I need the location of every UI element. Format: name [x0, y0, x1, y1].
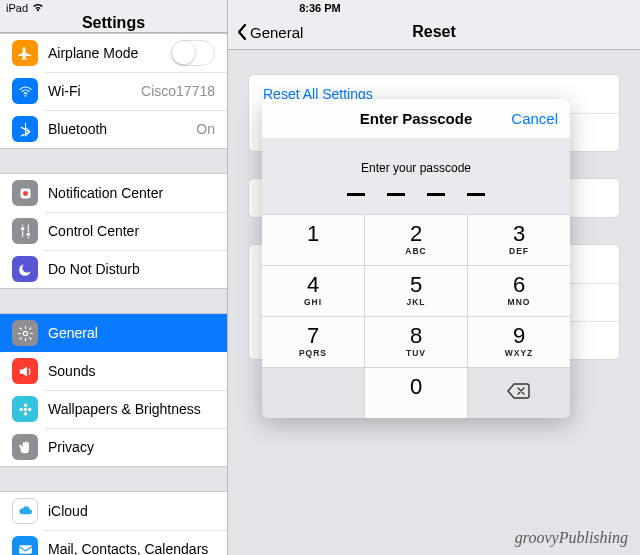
keypad-key-1[interactable]: 1	[262, 215, 364, 265]
dialog-header: Enter Passcode Cancel	[262, 99, 570, 139]
status-bar: iPad 8:36 PM	[0, 0, 640, 16]
sidebar-item-control-center[interactable]: Control Center	[0, 212, 227, 250]
keypad-delete[interactable]	[468, 368, 570, 418]
wifi-icon	[12, 78, 38, 104]
key-digit: 1	[307, 223, 319, 245]
mail-icon	[12, 536, 38, 555]
svg-point-7	[23, 403, 27, 407]
key-letters: JKL	[406, 297, 425, 307]
svg-point-2	[23, 191, 28, 196]
key-digit: 4	[307, 274, 319, 296]
key-digit: 0	[410, 376, 422, 398]
backspace-icon	[506, 382, 532, 404]
sidebar-item-label: Bluetooth	[48, 121, 196, 137]
row-detail: On	[196, 121, 215, 137]
sidebar-item-label: Mail, Contacts, Calendars	[48, 541, 215, 555]
passcode-slot	[467, 193, 485, 196]
clock: 8:36 PM	[0, 2, 640, 14]
bluetooth-icon	[12, 116, 38, 142]
svg-point-8	[23, 411, 27, 415]
key-letters: TUV	[406, 348, 426, 358]
keypad-key-5[interactable]: 5JKL	[365, 266, 467, 316]
keypad-key-8[interactable]: 8TUV	[365, 317, 467, 367]
passcode-message: Enter your passcode	[262, 161, 570, 175]
sidebar-item-sounds[interactable]: Sounds	[0, 352, 227, 390]
keypad-key-3[interactable]: 3DEF	[468, 215, 570, 265]
keypad-key-2[interactable]: 2ABC	[365, 215, 467, 265]
sidebar-item-label: Do Not Disturb	[48, 261, 215, 277]
keypad-key-0[interactable]: 0	[365, 368, 467, 418]
sidebar-item-label: Sounds	[48, 363, 215, 379]
cancel-button[interactable]: Cancel	[511, 110, 558, 127]
cloud-icon	[12, 498, 38, 524]
sidebar-item-notification-center[interactable]: Notification Center	[0, 174, 227, 212]
detail-title: Reset	[412, 23, 456, 41]
hand-icon	[12, 434, 38, 460]
key-digit: 8	[410, 325, 422, 347]
svg-rect-11	[19, 545, 32, 554]
dialog-title: Enter Passcode	[360, 110, 473, 127]
back-label: General	[250, 24, 303, 41]
svg-point-0	[24, 94, 26, 96]
toggle-switch[interactable]	[171, 40, 215, 66]
key-digit: 3	[513, 223, 525, 245]
svg-point-3	[20, 226, 24, 230]
key-letters: DEF	[509, 246, 529, 256]
keypad: 1 2ABC3DEF4GHI5JKL6MNO7PQRS8TUV9WXYZ0	[262, 214, 570, 418]
moon-icon	[12, 256, 38, 282]
key-digit: 7	[307, 325, 319, 347]
svg-point-9	[19, 407, 23, 411]
key-digit: 6	[513, 274, 525, 296]
key-letters: MNO	[508, 297, 531, 307]
sidebar-item-do-not-disturb[interactable]: Do Not Disturb	[0, 250, 227, 288]
key-digit: 5	[410, 274, 422, 296]
sidebar-item-label: Wallpapers & Brightness	[48, 401, 215, 417]
keypad-key-7[interactable]: 7PQRS	[262, 317, 364, 367]
key-letters: ABC	[405, 246, 426, 256]
sidebar-item-label: Control Center	[48, 223, 215, 239]
speaker-icon	[12, 358, 38, 384]
control-icon	[12, 218, 38, 244]
flower-icon	[12, 396, 38, 422]
key-letters	[311, 246, 314, 256]
sidebar-title: Settings	[82, 14, 145, 32]
key-letters: WXYZ	[505, 348, 534, 358]
key-digit: 2	[410, 223, 422, 245]
notify-icon	[12, 180, 38, 206]
svg-point-6	[23, 407, 27, 411]
sidebar-item-label: Notification Center	[48, 185, 215, 201]
sidebar-item-bluetooth[interactable]: BluetoothOn	[0, 110, 227, 148]
passcode-slot	[387, 193, 405, 196]
sidebar-item-label: Wi-Fi	[48, 83, 141, 99]
keypad-key-6[interactable]: 6MNO	[468, 266, 570, 316]
sidebar: Settings Airplane ModeWi-FiCisco17718Blu…	[0, 0, 228, 555]
key-letters: GHI	[304, 297, 322, 307]
sidebar-item-wifi[interactable]: Wi-FiCisco17718	[0, 72, 227, 110]
passcode-dialog: Enter Passcode Cancel Enter your passcod…	[262, 99, 570, 418]
sidebar-item-wallpapers[interactable]: Wallpapers & Brightness	[0, 390, 227, 428]
sidebar-item-label: Airplane Mode	[48, 45, 171, 61]
airplane-icon	[12, 40, 38, 66]
svg-point-10	[27, 407, 31, 411]
passcode-slot	[347, 193, 365, 196]
sidebar-item-icloud[interactable]: iCloud	[0, 492, 227, 530]
sidebar-item-general[interactable]: General	[0, 314, 227, 352]
watermark: groovyPublishing	[515, 529, 628, 547]
sidebar-item-label: Privacy	[48, 439, 215, 455]
keypad-key-9[interactable]: 9WXYZ	[468, 317, 570, 367]
sidebar-item-mail[interactable]: Mail, Contacts, Calendars	[0, 530, 227, 555]
keypad-key-4[interactable]: 4GHI	[262, 266, 364, 316]
dialog-body: Enter your passcode	[262, 139, 570, 214]
sidebar-item-privacy[interactable]: Privacy	[0, 428, 227, 466]
sidebar-item-airplane-mode[interactable]: Airplane Mode	[0, 34, 227, 72]
gear-icon	[12, 320, 38, 346]
keypad-blank	[262, 368, 364, 418]
key-digit: 9	[513, 325, 525, 347]
passcode-dots	[262, 193, 570, 196]
back-button[interactable]: General	[236, 23, 303, 41]
svg-point-5	[23, 331, 27, 335]
sidebar-item-label: General	[48, 325, 215, 341]
row-detail: Cisco17718	[141, 83, 215, 99]
key-letters: PQRS	[299, 348, 327, 358]
svg-point-4	[26, 232, 30, 236]
